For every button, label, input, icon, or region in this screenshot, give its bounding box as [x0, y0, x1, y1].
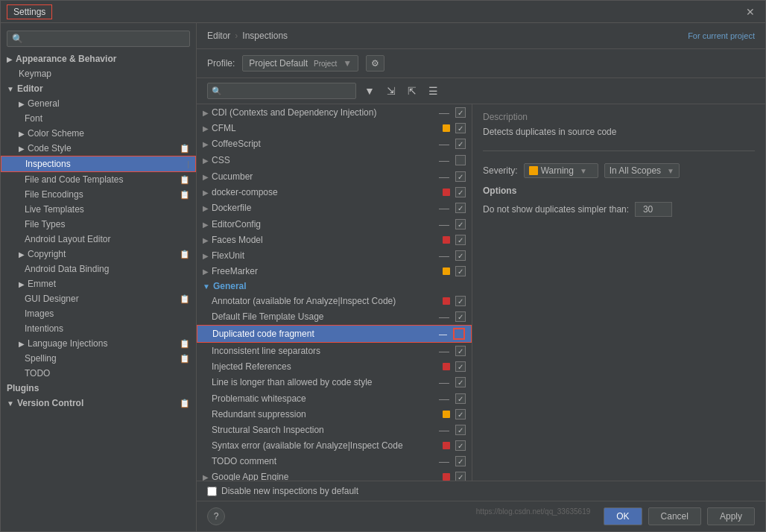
sidebar-item-file-encodings[interactable]: File Encodings 📋: [1, 187, 196, 202]
insp-item-inconsistent-line[interactable]: Inconsistent line separators —: [197, 343, 472, 359]
sidebar-item-copyright[interactable]: ▶ Copyright 📋: [1, 247, 196, 262]
apply-button[interactable]: Apply: [707, 507, 755, 525]
sidebar-item-general[interactable]: ▶ General: [1, 96, 196, 111]
insp-checkbox[interactable]: [455, 123, 466, 133]
insp-item-todo-comment[interactable]: TODO comment —: [197, 453, 472, 469]
close-button[interactable]: ✕: [741, 4, 759, 19]
insp-item-css[interactable]: ▶ CSS —: [197, 152, 472, 168]
collapse-all-button[interactable]: ⇱: [404, 83, 420, 98]
edit-icon: |: [187, 160, 189, 168]
insp-checkbox[interactable]: [455, 155, 466, 165]
sidebar-search-input[interactable]: [7, 31, 190, 47]
sidebar-item-language-injections[interactable]: ▶ Language Injections 📋: [1, 336, 196, 351]
insp-item-cfml[interactable]: ▶ CFML: [197, 121, 472, 136]
current-project-link[interactable]: For current project: [688, 31, 755, 40]
insp-item-cucumber[interactable]: ▶ Cucumber —: [197, 168, 472, 185]
help-button[interactable]: ?: [207, 507, 225, 525]
insp-checkbox[interactable]: [455, 266, 466, 276]
sidebar-item-plugins[interactable]: Plugins: [1, 381, 196, 396]
sidebar-item-android-data[interactable]: Android Data Binding: [1, 262, 196, 276]
insp-checkbox[interactable]: [455, 311, 466, 322]
gear-button[interactable]: ⚙: [366, 55, 384, 72]
sidebar-item-todo[interactable]: TODO: [1, 366, 196, 381]
main-panel: Editor › Inspections For current project…: [197, 23, 765, 531]
insp-checkbox[interactable]: [455, 361, 466, 372]
sidebar-item-keymap[interactable]: Keymap: [1, 66, 196, 81]
insp-item-line-longer[interactable]: Line is longer than allowed by code styl…: [197, 374, 472, 390]
sidebar-item-file-types[interactable]: File Types: [1, 217, 196, 232]
insp-label: Redundant suppression: [212, 409, 443, 419]
insp-item-editorconfig[interactable]: ▶ EditorConfig —: [197, 216, 472, 232]
sidebar-item-color-scheme[interactable]: ▶ Color Scheme: [1, 126, 196, 141]
duplicates-threshold-input[interactable]: [635, 202, 672, 217]
cancel-button[interactable]: Cancel: [648, 507, 701, 525]
insp-checkbox[interactable]: [455, 235, 466, 245]
sidebar-item-appearance[interactable]: ▶ Appearance & Behavior: [1, 51, 196, 66]
insp-checkbox[interactable]: [455, 107, 466, 118]
insp-item-annotator[interactable]: Annotator (available for Analyze|Inspect…: [197, 294, 472, 308]
insp-item-docker-compose[interactable]: ▶ docker-compose: [197, 185, 472, 200]
insp-item-injected-references[interactable]: Injected References: [197, 359, 472, 374]
insp-checkbox[interactable]: [455, 219, 466, 229]
insp-item-cdi[interactable]: ▶ CDI (Contexts and Dependency Injection…: [197, 104, 472, 121]
filter-button[interactable]: ▼: [361, 83, 379, 98]
insp-checkbox[interactable]: [455, 187, 466, 197]
insp-section-general[interactable]: ▼ General: [197, 279, 472, 294]
sidebar-item-file-templates[interactable]: File and Code Templates 📋: [1, 172, 196, 187]
insp-item-syntax-error[interactable]: Syntax error (available for Analyze|Insp…: [197, 438, 472, 453]
insp-checkbox-highlighted[interactable]: [453, 328, 465, 340]
sidebar-item-label: Intentions: [25, 323, 63, 334]
insp-item-structural-search[interactable]: Structural Search Inspection —: [197, 422, 472, 438]
insp-checkbox[interactable]: [455, 346, 466, 356]
severity-dot: [443, 473, 450, 481]
insp-checkbox[interactable]: [455, 409, 466, 419]
sidebar-item-inspections[interactable]: Inspections |: [1, 156, 196, 172]
severity-select[interactable]: Warning ▼: [524, 163, 598, 178]
copy-icon: 📋: [180, 175, 190, 185]
insp-checkbox[interactable]: [455, 203, 466, 213]
insp-item-redundant-suppression[interactable]: Redundant suppression: [197, 407, 472, 422]
sidebar-item-android-layout[interactable]: Android Layout Editor: [1, 232, 196, 247]
insp-checkbox[interactable]: [455, 456, 466, 466]
sidebar-item-editor[interactable]: ▼ Editor: [1, 81, 196, 96]
insp-item-google-app-engine[interactable]: ▶ Google App Engine: [197, 469, 472, 481]
sidebar-item-version-control[interactable]: ▼ Version Control 📋: [1, 396, 196, 411]
insp-item-freemarker[interactable]: ▶ FreeMarker: [197, 264, 472, 279]
insp-checkbox[interactable]: [455, 377, 466, 387]
insp-item-default-file-template[interactable]: Default File Template Usage —: [197, 308, 472, 325]
insp-checkbox[interactable]: [455, 171, 466, 182]
ok-button[interactable]: OK: [604, 507, 642, 525]
insp-checkbox[interactable]: [455, 440, 466, 451]
insp-item-faces-model[interactable]: ▶ Faces Model: [197, 232, 472, 247]
insp-item-dockerfile[interactable]: ▶ Dockerfile —: [197, 200, 472, 216]
disable-new-inspections-checkbox[interactable]: [207, 487, 217, 496]
sidebar-item-emmet[interactable]: ▶ Emmet: [1, 276, 196, 291]
breadcrumb-arrow: ›: [235, 31, 238, 41]
sidebar-item-live-templates[interactable]: Live Templates: [1, 202, 196, 217]
insp-checkbox[interactable]: [455, 425, 466, 435]
profile-select[interactable]: Project Default Project ▼: [242, 55, 358, 72]
insp-item-flexunit[interactable]: ▶ FlexUnit —: [197, 247, 472, 264]
sidebar-item-images[interactable]: Images: [1, 306, 196, 321]
sidebar-item-font[interactable]: Font: [1, 111, 196, 126]
insp-checkbox[interactable]: [455, 472, 466, 481]
dash-icon: —: [439, 154, 449, 166]
sidebar-item-spelling[interactable]: Spelling 📋: [1, 351, 196, 366]
inspections-search-input[interactable]: [207, 83, 356, 99]
sidebar-item-intentions[interactable]: Intentions: [1, 321, 196, 336]
insp-checkbox[interactable]: [455, 250, 466, 261]
insp-checkbox[interactable]: [455, 296, 466, 306]
sidebar-item-code-style[interactable]: ▶ Code Style 📋: [1, 141, 196, 156]
options-button[interactable]: ☰: [425, 83, 442, 98]
insp-label: Dockerfile: [212, 203, 439, 213]
insp-item-problematic-whitespace[interactable]: Problematic whitespace —: [197, 390, 472, 407]
sidebar-item-gui-designer[interactable]: GUI Designer 📋: [1, 291, 196, 306]
insp-checkbox[interactable]: [455, 139, 466, 149]
scope-select[interactable]: In All Scopes ▼: [604, 163, 680, 178]
insp-checkbox[interactable]: [455, 393, 466, 404]
copy-icon: 📋: [180, 354, 190, 364]
expand-arrow: ▶: [203, 140, 209, 148]
insp-item-coffeescript[interactable]: ▶ CoffeeScript —: [197, 136, 472, 152]
insp-item-duplicated-code[interactable]: Duplicated code fragment —: [197, 325, 472, 343]
expand-all-button[interactable]: ⇲: [383, 83, 399, 98]
